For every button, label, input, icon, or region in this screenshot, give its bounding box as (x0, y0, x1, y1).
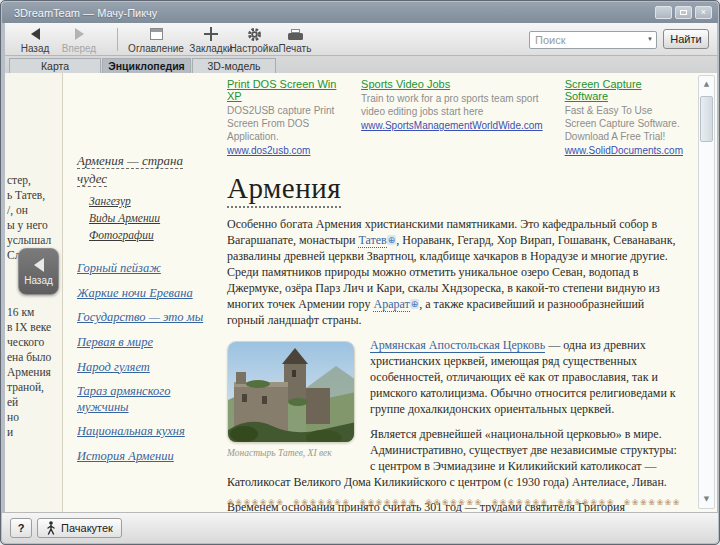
contents-button[interactable]: Оглавление (123, 26, 189, 54)
page-back-button[interactable]: Назад (18, 248, 59, 295)
article-figure: Монастырь Татев, XI век (227, 341, 355, 458)
ad-title-link[interactable]: Screen Capture Software (565, 78, 683, 102)
print-button[interactable]: Печать (267, 26, 323, 54)
window-title: 3DreamTeam — Мачу-Пикчу (14, 7, 652, 19)
tab-3d-model[interactable]: 3D-модель (192, 58, 276, 73)
ad-body: Fast & Easy To Use Screen Capture Softwa… (565, 104, 683, 143)
ad-block: Print DOS Screen Win XP DOS2USB capture … (227, 78, 683, 156)
ad-title-link[interactable]: Sports Video Jobs (361, 78, 543, 90)
page-back-label: Назад (24, 275, 53, 286)
content-scrollbar[interactable]: ▲ ▼ (698, 75, 715, 509)
sidebar-link[interactable]: Государство — это мы (77, 310, 204, 326)
search-input[interactable] (529, 31, 657, 49)
printer-icon (288, 29, 303, 40)
sidebar-link[interactable]: Народ гуляет (77, 360, 204, 376)
page-back-arrow-icon (34, 258, 44, 272)
help-button[interactable]: ? (10, 518, 32, 538)
ad-url-link[interactable]: www.SolidDocuments.com (565, 145, 683, 156)
bookmarks-icon (204, 27, 218, 41)
print-label: Печать (267, 43, 323, 54)
find-button[interactable]: Найти (663, 29, 709, 49)
sidebar-link[interactable]: Тараз армянского мужчины (77, 384, 204, 415)
forward-label: Вперед (49, 43, 109, 54)
monastery-photo[interactable] (227, 341, 355, 443)
character-button[interactable]: Пачакутек (37, 518, 122, 538)
page-ornament-row: ❀❀❀❀❀❀❀❀❀❀❀❀❀❀❀❀❀❀❀❀❀❀❀❀❀❀❀❀❀❀❀❀❀❀❀❀❀❀❀❀… (227, 498, 681, 507)
ad-url-link[interactable]: www.dos2usb.com (227, 145, 339, 156)
maximize-icon (680, 10, 687, 15)
close-button[interactable]: × (695, 6, 712, 19)
ad-title-link[interactable]: Print DOS Screen Win XP (227, 78, 339, 102)
sidebar-link[interactable]: Национальная кухня (77, 424, 204, 440)
ad-item: Screen Capture Software Fast & Easy To U… (565, 78, 683, 156)
scroll-down-button[interactable]: ▼ (699, 492, 714, 507)
contents-icon (150, 28, 163, 40)
status-bar: ? Пачакутек (2, 512, 718, 543)
search-combobox: ▼ (529, 30, 657, 48)
sidebar-link[interactable]: История Армении (77, 449, 204, 465)
forward-icon (75, 28, 84, 40)
scrollbar-thumb[interactable] (700, 96, 713, 142)
page-edge-text-bottom: 16 км в IX веке ческого ена было Армения… (5, 305, 62, 440)
figure-caption: Монастырь Татев, XI век (227, 448, 355, 458)
gear-icon (247, 27, 262, 42)
sidebar-current-item[interactable]: Армения — страна чудес (77, 153, 183, 187)
article-title: Армения (227, 172, 341, 208)
ad-body: DOS2USB capture Print Screen From DOS Ap… (227, 104, 339, 143)
title-bar[interactable]: 3DreamTeam — Мачу-Пикчу × (2, 2, 718, 23)
page-area: стер, ь Татев, /, он ы у него услышал Сл… (5, 73, 717, 513)
walking-person-icon (46, 521, 56, 535)
article-content: Print DOS Screen Win XP DOS2USB capture … (210, 73, 695, 512)
sidebar-link[interactable]: Горный пейзаж (77, 261, 204, 277)
minimize-button[interactable] (655, 6, 672, 19)
tab-strip: Карта Энциклопедия 3D-модель (5, 56, 717, 73)
forward-button[interactable]: Вперед (49, 26, 109, 54)
contents-label: Оглавление (123, 43, 189, 54)
sidebar-subitem[interactable]: Зангезур (89, 195, 204, 207)
link-tatev[interactable]: Татев (358, 233, 386, 248)
ad-body: Train to work for a pro sports team spor… (361, 92, 543, 118)
toolbar-separator (117, 28, 118, 51)
map-marker-icon[interactable]: ⊕ (410, 299, 420, 309)
sidebar-link[interactable]: Первая в мире (77, 335, 204, 351)
ad-url-link[interactable]: www.SportsManagementWorldWide.com (361, 120, 543, 131)
tab-map[interactable]: Карта (9, 58, 101, 73)
sidebar-link[interactable]: Жаркие ночи Еревана (77, 286, 204, 302)
scroll-up-button[interactable]: ▲ (699, 77, 714, 92)
sidebar-subitem[interactable]: Фотографии (89, 229, 204, 241)
toolbar: Назад Вперед Оглавление Закладки Настрой… (5, 23, 717, 56)
close-icon: × (701, 7, 706, 17)
maximize-button[interactable] (675, 6, 692, 19)
ad-item: Sports Video Jobs Train to work for a pr… (361, 78, 543, 156)
map-marker-icon[interactable]: ⊕ (387, 235, 397, 245)
ad-item: Print DOS Screen Win XP DOS2USB capture … (227, 78, 339, 156)
link-armenian-church[interactable]: Армянская Апостольская Церковь (370, 338, 545, 353)
tab-encyclopedia[interactable]: Энциклопедия (102, 58, 191, 73)
character-button-label: Пачакутек (61, 522, 113, 534)
sidebar-subitem[interactable]: Виды Армении (89, 212, 204, 224)
app-window: 3DreamTeam — Мачу-Пикчу × Назад Вперед О… (0, 0, 720, 545)
sidebar: Армения — страна чудес Зангезур Виды Арм… (64, 73, 210, 512)
link-ararat[interactable]: Арарат (373, 297, 409, 312)
paragraph-1: Особенно богата Армения христианскими па… (227, 216, 683, 328)
back-icon (31, 28, 40, 40)
